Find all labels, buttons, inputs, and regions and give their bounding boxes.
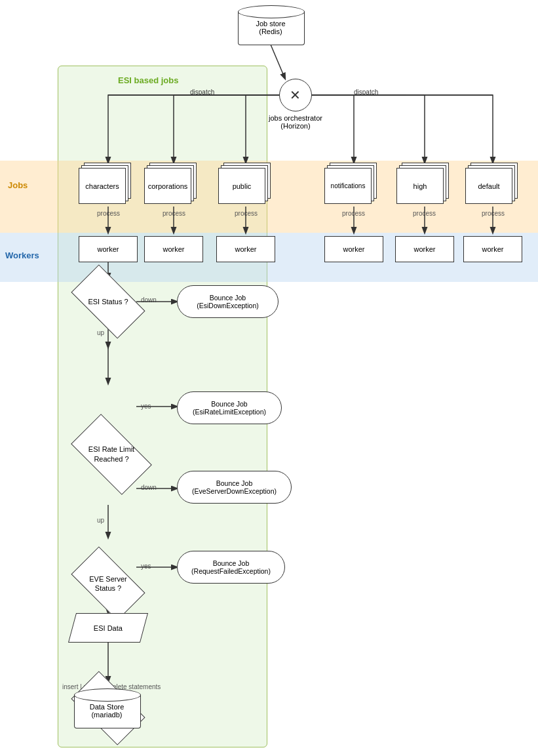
characters-job: characters: [79, 163, 131, 205]
worker-6: worker: [463, 236, 522, 262]
bounce-esi-down-box: Bounce Job(EsiDownException): [177, 285, 279, 318]
orchestrator-label: jobs orchestrator(Horizon): [269, 114, 322, 130]
worker-label-4: worker: [343, 245, 364, 253]
esi-status-label: ESI Status ?: [69, 279, 147, 325]
worker-box-4: worker: [324, 236, 383, 262]
worker-label-5: worker: [413, 245, 435, 253]
esi-rate-yes-label: yes: [141, 403, 151, 410]
worker-box-1: worker: [79, 236, 138, 262]
characters-label: characters: [85, 182, 119, 190]
bounce-request-failed: Bounce Job(RequestFailedException): [177, 551, 285, 584]
esi-rate-diamond: ESI Rate LimitReached ?: [69, 429, 154, 479]
jobs-label: Jobs: [8, 180, 28, 190]
process-label-6: process: [482, 210, 505, 217]
default-job: default: [465, 163, 518, 205]
svg-line-0: [271, 45, 285, 79]
job-store-label: Job store (Redis): [238, 18, 303, 35]
bounce-esi-down: Bounce Job(EsiDownException): [177, 285, 279, 318]
esi-rate-label: ESI Rate LimitReached ?: [69, 429, 154, 479]
dispatch-right-label: dispatch: [354, 89, 378, 96]
data-store-label: Data Store(mariadb): [74, 703, 140, 719]
data-store-node: Data Store(mariadb): [74, 692, 140, 731]
worker-4: worker: [324, 236, 383, 262]
esi-title: ESI based jobs: [118, 75, 178, 85]
esi-data-node: ESI Data: [72, 613, 144, 643]
worker-box-2: worker: [144, 236, 203, 262]
eve-server-label: EVE ServerStatus ?: [69, 561, 147, 607]
worker-2: worker: [144, 236, 203, 262]
bounce-rate-label: Bounce Job(EsiRateLimitException): [193, 400, 266, 416]
corporations-job: corporations: [144, 163, 197, 205]
bounce-rate-limit: Bounce Job(EsiRateLimitException): [177, 391, 282, 424]
default-label: default: [478, 182, 499, 190]
esi-data-label: ESI Data: [94, 624, 123, 632]
esi-status-up-label: up: [97, 329, 104, 336]
public-label: public: [233, 182, 252, 190]
high-job: high: [396, 163, 449, 205]
high-label: high: [413, 182, 427, 190]
worker-5: worker: [395, 236, 454, 262]
eve-server-diamond: EVE ServerStatus ?: [69, 561, 147, 607]
process-label-1: process: [97, 210, 120, 217]
notifications-label: notifications: [331, 182, 366, 189]
esi-status-diamond: ESI Status ?: [69, 279, 147, 325]
corporations-label: corporations: [148, 182, 188, 190]
worker-box-6: worker: [463, 236, 522, 262]
process-label-3: process: [235, 210, 258, 217]
job-store-node: Job store (Redis): [238, 5, 303, 45]
worker-label-6: worker: [482, 245, 503, 253]
diagram-container: ESI based jobs Jobs Workers: [0, 0, 538, 756]
notifications-job: notifications: [324, 163, 377, 205]
worker-box-3: worker: [216, 236, 275, 262]
process-label-2: process: [163, 210, 185, 217]
public-job: public: [218, 163, 271, 205]
bounce-request-label: Bounce Job(RequestFailedException): [191, 559, 271, 575]
bounce-eve-label: Bounce Job(EveServerDownException): [192, 479, 277, 495]
orchestrator-node: jobs orchestrator(Horizon): [269, 79, 322, 130]
worker-box-5: worker: [395, 236, 454, 262]
esi-data-shape: ESI Data: [68, 613, 148, 643]
process-label-5: process: [413, 210, 436, 217]
worker-label-3: worker: [235, 245, 256, 253]
bounce-request-box: Bounce Job(RequestFailedException): [177, 551, 285, 584]
bounce-eve-down-box: Bounce Job(EveServerDownException): [177, 471, 292, 504]
worker-label-1: worker: [97, 245, 119, 253]
workers-label: Workers: [5, 250, 39, 260]
eve-server-up-label: up: [97, 517, 104, 524]
worker-1: worker: [79, 236, 138, 262]
eve-server-down-label: down: [141, 484, 157, 491]
process-label-4: process: [342, 210, 365, 217]
worker-3: worker: [216, 236, 275, 262]
bounce-esi-down-label: Bounce Job(EsiDownException): [197, 294, 259, 309]
dispatch-left-label: dispatch: [190, 89, 214, 96]
orchestrator-circle: [279, 79, 312, 111]
bounce-rate-limit-box: Bounce Job(EsiRateLimitException): [177, 391, 282, 424]
worker-label-2: worker: [163, 245, 184, 253]
bounce-eve-down: Bounce Job(EveServerDownException): [177, 471, 292, 504]
